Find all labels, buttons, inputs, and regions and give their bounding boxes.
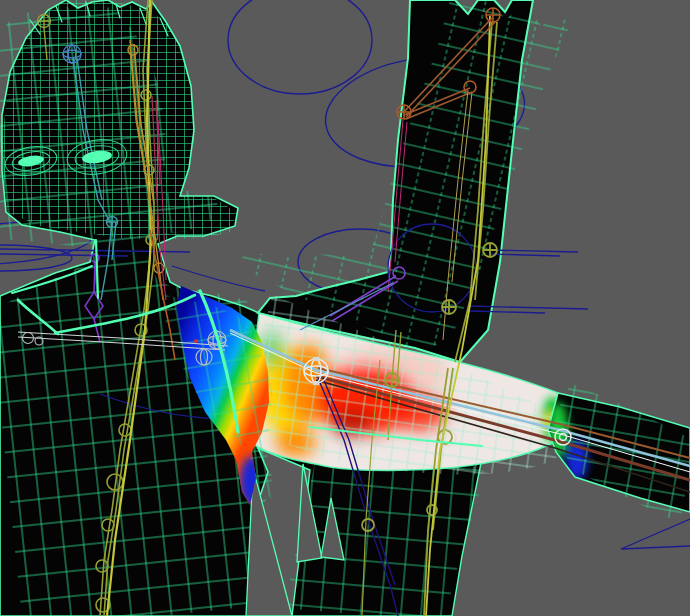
trackball-handle[interactable] — [313, 381, 319, 385]
trackball-handle[interactable] — [313, 357, 319, 361]
joint-red-dot[interactable] — [194, 339, 198, 343]
viewport — [0, 0, 690, 616]
